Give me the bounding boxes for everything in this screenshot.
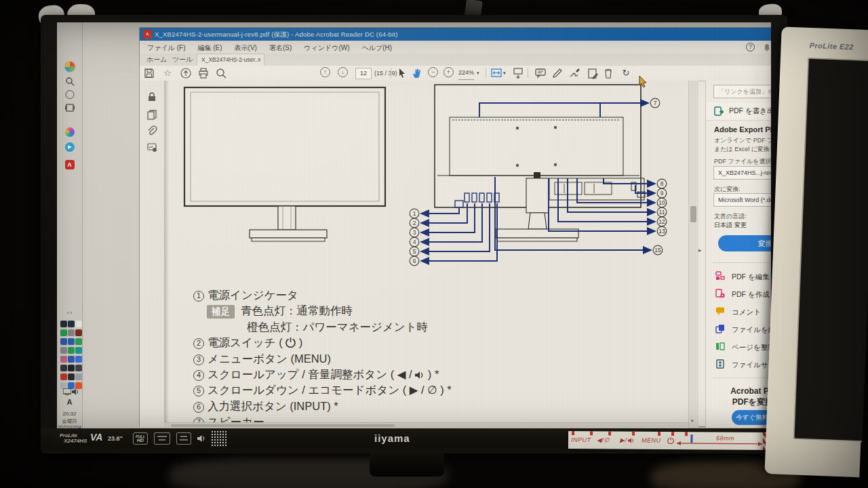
scroll-down-arrow[interactable]: ▾ <box>691 418 694 424</box>
pencil-tool-icon[interactable] <box>551 67 564 79</box>
tray-icon[interactable] <box>75 365 82 371</box>
tray-icon[interactable] <box>60 365 67 371</box>
vertical-scrollbar-thumb[interactable] <box>690 206 696 222</box>
tray-icon[interactable] <box>75 329 82 336</box>
panel-tool-create-pdf[interactable]: PDF を作成∨ <box>706 285 771 303</box>
start-button[interactable] <box>64 62 75 72</box>
tray-icon[interactable] <box>75 373 82 380</box>
reading-mode-icon[interactable] <box>512 67 524 79</box>
save-icon[interactable] <box>143 67 155 79</box>
photos-app-icon[interactable] <box>65 127 75 137</box>
zoom-in-icon[interactable]: + <box>443 67 454 77</box>
menu-ウィンドウ(W)[interactable]: ウィンドウ(W) <box>298 41 355 54</box>
tray-icon[interactable] <box>68 365 75 371</box>
tray-icon[interactable] <box>60 321 67 327</box>
clock-time[interactable]: 20:32 <box>57 411 82 417</box>
tab-tools[interactable]: ツール <box>172 54 193 66</box>
panel-collapse-arrow[interactable]: ▸ <box>698 247 702 253</box>
menu-ファイル (F)[interactable]: ファイル (F) <box>141 41 191 54</box>
tray-icon[interactable] <box>68 321 75 327</box>
fill-sign-icon[interactable] <box>569 67 581 79</box>
document-view[interactable]: 1234567891011121315 1電源インジケータ補足青色点灯：通常動作… <box>164 81 698 428</box>
menu-編集 (E)[interactable]: 編集 (E) <box>191 41 228 54</box>
task-view-icon[interactable] <box>65 104 75 112</box>
fit-width-icon[interactable] <box>490 67 502 79</box>
find-icon[interactable] <box>215 67 227 79</box>
panel-tool-organize-pages[interactable]: ページを整理∨ <box>706 338 771 356</box>
tray-icon[interactable] <box>60 338 67 345</box>
tray-icon[interactable] <box>60 356 67 363</box>
comment-icon[interactable] <box>534 67 547 79</box>
title-bar[interactable]: A X_XB2474HS-2-usermanual-j-rev8.pdf (保護… <box>140 28 771 41</box>
panel-tool-combine-files[interactable]: ファイルを結合 <box>706 321 771 338</box>
signature-panel-icon[interactable] <box>146 142 157 152</box>
hand-tool-icon[interactable] <box>411 67 423 79</box>
tray-icon[interactable] <box>60 373 67 380</box>
export-description: オンラインで PDF ファイルを Word または Excel に変換します <box>714 136 771 154</box>
lock-icon[interactable] <box>146 92 157 102</box>
help-icon[interactable]: ? <box>746 43 755 52</box>
callout-5: 5 <box>410 247 419 256</box>
tray-icon[interactable] <box>68 329 75 336</box>
panel-tool-compress-file[interactable]: ファイルサイズを縮小 <box>706 356 771 373</box>
tray-icon[interactable] <box>75 321 82 327</box>
horizontal-scrollbar-thumb[interactable] <box>171 424 395 427</box>
edit-page-icon[interactable] <box>587 67 599 79</box>
change-language-link[interactable]: 変更 <box>734 221 747 230</box>
tab-home[interactable]: ホーム <box>146 54 167 66</box>
tray-icon[interactable] <box>60 347 67 354</box>
zoom-caret-icon[interactable]: ▾ <box>477 66 479 81</box>
acrobat-taskbar-icon[interactable]: Λ <box>65 160 75 169</box>
tab-document[interactable]: X_XB2474HS-2-user... × <box>197 54 264 66</box>
minimize-button[interactable]: — <box>770 28 771 41</box>
horizontal-scrollbar[interactable] <box>164 422 688 428</box>
attachment-icon[interactable] <box>146 125 157 136</box>
page-thumbnails-icon[interactable] <box>146 109 157 120</box>
tray-icon[interactable] <box>75 338 82 345</box>
callout-7: 7 <box>650 98 660 108</box>
telegram-icon[interactable] <box>65 142 75 152</box>
favorite-star-icon[interactable]: ☆ <box>161 67 174 79</box>
circled-number: 6 <box>193 402 204 413</box>
menu-表示(V)[interactable]: 表示(V) <box>229 41 263 54</box>
tab-close-icon[interactable]: × <box>258 54 261 65</box>
tray-icon[interactable] <box>75 347 82 354</box>
try-free-cta-button[interactable]: 今すぐ無料でお試し <box>732 410 771 425</box>
next-page-icon[interactable]: ↓ <box>338 67 348 77</box>
format-select[interactable]: Microsoft Word (*.docx) ∨ <box>713 193 771 207</box>
windows-taskbar[interactable]: Λ ‹ › A 20:32 金曜日 2022/02/04 <box>57 22 83 428</box>
tray-expander[interactable]: ‹ › <box>57 310 82 316</box>
rotate-icon[interactable]: ↻ <box>620 67 632 79</box>
zoom-level-value[interactable]: 224% <box>458 66 474 80</box>
vertical-scrollbar[interactable]: ▾ <box>688 81 698 428</box>
zoom-out-icon[interactable]: − <box>428 67 438 77</box>
share-icon[interactable] <box>180 67 192 79</box>
taskbar-search-icon[interactable] <box>65 77 75 86</box>
convert-button[interactable]: 変換 <box>718 235 771 251</box>
print-icon[interactable] <box>197 67 210 79</box>
tray-icon[interactable] <box>75 356 82 363</box>
fit-caret-icon[interactable]: ▾ <box>503 66 506 81</box>
panel-tool-edit-pdf[interactable]: PDF を編集 <box>706 268 771 285</box>
select-tool-icon[interactable] <box>396 67 408 79</box>
cortana-icon[interactable] <box>65 90 74 99</box>
export-pdf-header[interactable]: PDF を書き出し ∧ <box>706 102 771 121</box>
selected-file-box[interactable]: X_XB2474HS...j-rev8.pdf × <box>713 166 771 180</box>
panel-tool-comment[interactable]: コメント <box>706 303 771 321</box>
volume-tray-icon[interactable] <box>72 388 79 395</box>
tray-icon[interactable] <box>68 356 75 363</box>
page-number-input[interactable]: 12 <box>355 68 372 79</box>
previous-page-icon[interactable]: ↑ <box>320 67 330 77</box>
tray-icon[interactable] <box>68 347 75 354</box>
menu-署名(S)[interactable]: 署名(S) <box>263 41 298 54</box>
tray-icon[interactable] <box>68 373 75 380</box>
photo-of-monitor-setup: Λ ‹ › A 20:32 金曜日 2022/02/04 A X_XB2474H… <box>0 0 868 488</box>
tray-icon[interactable] <box>60 329 67 336</box>
delete-icon[interactable] <box>602 67 614 79</box>
ime-indicator[interactable]: A <box>57 398 82 406</box>
notifications-bell-icon[interactable] <box>763 43 771 52</box>
display-tray-icon[interactable] <box>63 388 71 395</box>
tray-icon[interactable] <box>68 338 75 345</box>
search-tools-input[interactable]: 「リンクを追加」を検索 <box>713 85 771 98</box>
menu-ヘルプ(H)[interactable]: ヘルプ(H) <box>356 41 399 54</box>
